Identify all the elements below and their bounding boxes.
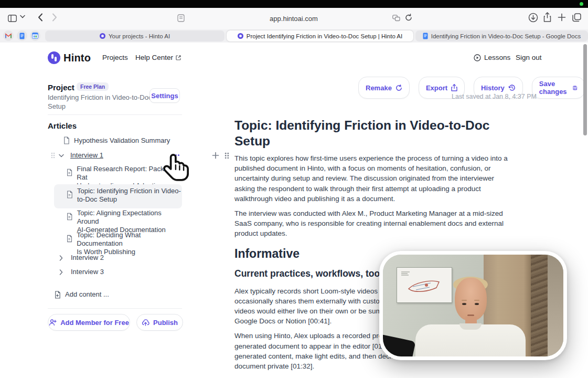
downloads-icon[interactable] — [528, 13, 538, 23]
back-button[interactable] — [38, 13, 43, 22]
page-format-icon[interactable] — [177, 14, 185, 22]
tab-your-projects[interactable]: Your projects - Hinto AI — [45, 30, 224, 41]
publish-button[interactable]: Publish — [136, 314, 183, 331]
document-icon — [66, 213, 73, 220]
article-label: Topic: Identifying Friction in Video- to… — [77, 187, 181, 204]
export-label: Export — [426, 84, 447, 92]
export-icon — [451, 84, 457, 91]
pinned-tab-calendar[interactable] — [30, 30, 40, 41]
article-item-topic-aligning[interactable]: Topic: Aligning Expectations Around AI-G… — [66, 209, 182, 234]
gmail-icon — [5, 33, 12, 38]
interview-video-player[interactable] — [379, 251, 567, 360]
group-row-interview-1[interactable]: Interview 1 — [48, 151, 182, 160]
sidebar-divider — [48, 114, 182, 115]
forward-button[interactable] — [52, 13, 57, 22]
add-content-button[interactable]: Add content ... — [54, 290, 109, 299]
translate-icon[interactable] — [392, 15, 400, 22]
lessons-label: Lessons — [484, 54, 510, 61]
settings-label: Settings — [151, 92, 178, 100]
tab-label: Your projects - Hinto AI — [109, 33, 170, 39]
tab-label: Project Identifying Friction in Video-to… — [247, 33, 402, 39]
chevron-down-icon[interactable] — [59, 154, 64, 158]
save-changes-button[interactable]: Save changes — [532, 77, 585, 99]
sidebar-toggle-icon[interactable] — [6, 13, 18, 24]
group-label-interview-3: Interview 3 — [71, 268, 104, 276]
paragraph: This topic explores how first-time users… — [234, 153, 528, 204]
lessons-link[interactable]: Lessons — [474, 54, 510, 61]
group-row-interview-3[interactable]: Interview 3 — [59, 268, 104, 276]
articles-heading: Articles — [48, 121, 77, 130]
hinto-favicon-icon — [238, 33, 243, 39]
tab-label: Identifying Friction in Video-to-Doc Set… — [431, 33, 581, 39]
page-title: Topic: Identifying Friction in Video-to-… — [234, 118, 528, 149]
chevron-right-icon — [59, 255, 63, 261]
share-icon[interactable] — [543, 12, 551, 23]
block-add-icon[interactable] — [212, 152, 219, 159]
tab-strip: Your projects - Hinto AI Project Identif… — [0, 29, 588, 43]
address-bar[interactable]: app.hintoai.com — [247, 15, 341, 23]
paragraph: The interview was conducted with Alex M.… — [234, 208, 528, 239]
article-label: Topic: Aligning Expectations Around AI-G… — [77, 209, 182, 234]
video-person-face — [455, 278, 487, 321]
document-icon — [63, 136, 70, 144]
project-label: Project — [48, 83, 74, 92]
google-docs-icon — [423, 33, 428, 39]
article-item-topic-friction[interactable]: Topic: Identifying Friction in Video- to… — [66, 187, 181, 204]
scrollbar-thumb[interactable] — [583, 44, 587, 135]
video-curtain — [531, 255, 548, 356]
tab-overview-icon[interactable] — [572, 13, 581, 22]
tab-project-hinto[interactable]: Project Identifying Friction in Video-to… — [227, 30, 413, 41]
history-label: History — [481, 84, 505, 92]
video-person-shirt — [415, 324, 526, 357]
nav-projects[interactable]: Projects — [102, 54, 128, 61]
block-drag-handle-icon[interactable] — [224, 152, 229, 159]
hinto-logo-icon[interactable] — [48, 51, 60, 64]
group-label-interview-2: Interview 2 — [71, 254, 104, 262]
document-icon — [66, 235, 72, 243]
refresh-icon — [395, 85, 402, 91]
sidebar-chevron-down-icon[interactable] — [20, 15, 25, 18]
browser-window: app.hintoai.com You — [0, 0, 588, 378]
article-label: Hypothesis Validation Summary — [74, 136, 170, 145]
new-tab-icon[interactable] — [558, 13, 566, 22]
cloud-upload-icon — [142, 319, 149, 326]
reload-icon[interactable] — [405, 14, 412, 22]
article-item-hypothesis[interactable]: Hypothesis Validation Summary — [63, 136, 170, 145]
add-member-button[interactable]: Add Member for Free — [48, 314, 130, 331]
project-title: Identifying Friction in Video-to-Doc Set… — [48, 93, 152, 111]
external-link-icon — [176, 55, 181, 60]
save-floppy-icon — [573, 85, 578, 91]
remake-label: Remake — [366, 84, 392, 92]
add-content-label: Add content ... — [65, 290, 109, 299]
tab-google-docs[interactable]: Identifying Friction in Video-to-Doc Set… — [415, 30, 588, 41]
status-green-dot-icon — [580, 2, 583, 6]
item-menu-ellipsis-icon[interactable] — [172, 154, 179, 156]
nav-help-label: Help Center — [135, 54, 173, 61]
document-plus-icon — [54, 291, 61, 299]
pinned-tab-docs[interactable] — [17, 30, 27, 41]
brand-name[interactable]: Hinto — [63, 52, 91, 64]
video-right-wall — [548, 255, 563, 356]
group-row-interview-2[interactable]: Interview 2 — [59, 254, 104, 262]
history-clock-icon — [508, 84, 516, 91]
video-picture-frame — [397, 267, 452, 303]
macos-menubar — [0, 0, 588, 8]
person-plus-icon — [49, 319, 57, 326]
drag-handle-icon[interactable] — [51, 152, 55, 159]
app-header: Hinto Projects Help Center Lessons Sign … — [0, 43, 588, 71]
article-item-topic-deciding[interactable]: Topic: Deciding What Documentation Is Wo… — [66, 231, 182, 256]
pinned-tab-gmail[interactable] — [3, 30, 14, 41]
publish-label: Publish — [153, 319, 178, 327]
document-icon — [66, 191, 73, 198]
save-changes-label: Save changes — [539, 80, 569, 96]
plan-badge: Free Plan — [77, 82, 109, 91]
nav-help-center[interactable]: Help Center — [135, 54, 181, 61]
group-label-interview-1[interactable]: Interview 1 — [70, 151, 103, 159]
sign-out-link[interactable]: Sign out — [516, 54, 542, 61]
hinto-favicon-icon — [100, 33, 105, 39]
paragraph-clipped: Alex noted that the upload went particul… — [234, 376, 528, 378]
settings-button[interactable]: Settings — [149, 88, 180, 103]
add-member-label: Add Member for Free — [60, 319, 129, 327]
sidebar-divider — [48, 308, 182, 309]
document-icon — [66, 169, 72, 176]
